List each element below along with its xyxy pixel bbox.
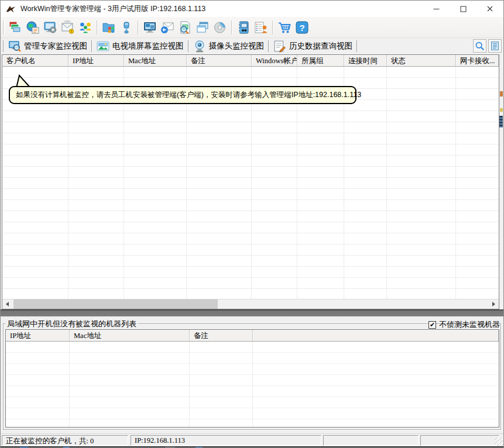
- screen-snapshot-button[interactable]: [176, 19, 194, 36]
- window-copy-button[interactable]: [194, 19, 211, 36]
- hint-balloon: 如果没有计算机被监控，请去员工机安装被管理端(客户端)，安装时请参考输入管理端I…: [9, 86, 356, 104]
- tab-label: 电视墙屏幕监控视图: [112, 41, 184, 51]
- column-header-connect-time[interactable]: 连接时间: [344, 55, 387, 67]
- camera-icon: [193, 40, 206, 53]
- help-question-icon: ?: [295, 20, 309, 35]
- detail-report-button[interactable]: [488, 39, 502, 53]
- monitor-search-icon: [8, 40, 21, 53]
- minimize-button[interactable]: [423, 1, 450, 17]
- title-bar[interactable]: WorkWin管理专家管理端 - 3用户试用版 IP:192.168.1.113: [1, 1, 503, 17]
- history-edit-icon: [273, 40, 286, 53]
- lan-table-body[interactable]: [6, 342, 499, 427]
- lan-machines-group-title: 局域网中开机但没有被监视的机器列表: [5, 319, 138, 329]
- user-group-button[interactable]: [77, 19, 94, 36]
- cd-disc-button[interactable]: [211, 19, 229, 36]
- tab-camera-view[interactable]: 摄像头监控视图: [189, 39, 269, 54]
- status-panel-empty-1: [323, 435, 419, 446]
- column-header-nic-received[interactable]: 网卡接收...: [456, 55, 499, 67]
- panel-splitter[interactable]: [1, 309, 503, 319]
- screens-stack-button[interactable]: [6, 19, 24, 36]
- scroll-left-arrow-icon: [6, 302, 9, 306]
- grid-column-line: [252, 342, 253, 427]
- column-header-status[interactable]: 状态: [387, 55, 456, 67]
- mail-monitor-icon: [61, 20, 75, 35]
- no-detect-checkbox-row[interactable]: ✔ 不侦测未监视机器: [428, 319, 500, 330]
- tab-label: 摄像头监控视图: [209, 41, 265, 51]
- tab-separator: [356, 40, 358, 52]
- view-tab-bar: 管理专家监控视图 电视墙屏幕监控视图 摄像头监控视图 历史数据查询视图: [1, 38, 503, 54]
- scrollbar-thumb[interactable]: [13, 299, 218, 309]
- tv-wall-icon: [143, 20, 157, 35]
- toolbar-separator: [97, 20, 98, 35]
- tv-wall-button[interactable]: [141, 19, 159, 36]
- column-header-group[interactable]: 所属组: [297, 55, 344, 67]
- report-list-icon: [490, 41, 500, 51]
- svg-text:?: ?: [299, 22, 304, 32]
- file-explorer-button[interactable]: [100, 19, 118, 36]
- status-monitored-count: 正在被监控的客户机，共: 0: [2, 435, 128, 446]
- checkbox[interactable]: ✔: [428, 321, 436, 329]
- user-group-icon: [78, 20, 92, 35]
- column-header-lan-ip[interactable]: IP地址: [6, 330, 70, 342]
- horizontal-scrollbar[interactable]: [2, 299, 499, 309]
- file-explorer-icon: [102, 20, 116, 35]
- mail-monitor-button[interactable]: [59, 19, 77, 36]
- tab-history-data-view[interactable]: 历史数据查询视图: [269, 39, 356, 54]
- tab-label: 管理专家监控视图: [24, 41, 87, 51]
- web-globe-log-button[interactable]: [24, 19, 42, 36]
- column-header-mac[interactable]: Mac地址: [124, 55, 187, 67]
- clipped-panel-sliver: [499, 54, 503, 309]
- column-header-lan-mac[interactable]: Mac地址: [70, 330, 190, 342]
- lan-machines-table: IP地址 Mac地址 备注: [5, 329, 499, 428]
- screen-snapshot-icon: [178, 20, 192, 35]
- status-bar: 正在被监控的客户机，共: 0 IP:192.168.1.113: [1, 433, 503, 446]
- column-header-windows-account[interactable]: Windows帐户: [252, 55, 297, 67]
- cd-disc-icon: [213, 20, 227, 35]
- maximize-icon: [460, 6, 467, 12]
- resize-grip[interactable]: [495, 437, 503, 446]
- remote-settings-button[interactable]: [42, 19, 59, 36]
- zoom-search-button[interactable]: [473, 39, 486, 53]
- main-toolbar: ?: [1, 17, 503, 38]
- column-header-remark[interactable]: 备注: [187, 55, 252, 67]
- monitored-clients-panel: 客户机名 IP地址 Mac地址 备注 Windows帐户 所属组 连接时间 状态…: [2, 54, 499, 309]
- scroll-left-button[interactable]: [2, 299, 12, 309]
- scroll-right-arrow-icon: [492, 302, 495, 306]
- clients-table-body[interactable]: 如果没有计算机被监控，请去员工机安装被管理端(客户端)，安装时请参考输入管理端I…: [2, 67, 499, 299]
- web-globe-log-icon: [26, 20, 40, 35]
- user-policy-button[interactable]: [252, 19, 270, 36]
- maximize-button[interactable]: [450, 1, 476, 17]
- usb-device-button[interactable]: [118, 19, 135, 36]
- help-button[interactable]: ?: [293, 19, 311, 36]
- eagle-logo-icon: [6, 4, 16, 14]
- detect-checkbox-mark: ✔: [430, 321, 435, 328]
- column-header-lan-filler: [253, 330, 499, 342]
- checkbox-label: 不侦测未监视机器: [439, 319, 500, 330]
- close-icon: [486, 5, 493, 12]
- app-window: WorkWin管理专家管理端 - 3用户试用版 IP:192.168.1.113: [0, 0, 504, 448]
- lan-table-header: IP地址 Mac地址 备注: [6, 330, 499, 342]
- user-policy-icon: [254, 20, 268, 35]
- address-book-button[interactable]: [235, 19, 252, 36]
- toolbar-separator: [272, 20, 273, 35]
- column-header-lan-remark[interactable]: 备注: [190, 330, 253, 342]
- status-ip-address: IP:192.168.1.113: [131, 435, 321, 446]
- window-copy-icon: [196, 20, 210, 35]
- tab-manager-monitor-view[interactable]: 管理专家监控视图: [4, 39, 91, 54]
- scroll-right-button[interactable]: [489, 299, 499, 309]
- toolbar-separator: [231, 20, 232, 35]
- magnifier-icon: [475, 41, 485, 51]
- toolbar-grip[interactable]: [3, 20, 5, 35]
- grid-column-line: [189, 342, 190, 427]
- tab-tv-wall-view[interactable]: 电视墙屏幕监控视图: [92, 39, 188, 54]
- message-send-button[interactable]: [159, 19, 176, 36]
- grid-column-line: [455, 67, 456, 299]
- column-header-client-name[interactable]: 客户机名: [2, 55, 68, 67]
- shopping-cart-button[interactable]: [276, 19, 293, 36]
- view-tools: [473, 39, 502, 53]
- remote-settings-icon: [43, 20, 57, 35]
- clients-table-header: 客户机名 IP地址 Mac地址 备注 Windows帐户 所属组 连接时间 状态…: [2, 55, 499, 67]
- column-header-ip[interactable]: IP地址: [68, 55, 124, 67]
- close-button[interactable]: [476, 1, 503, 17]
- usb-device-icon: [119, 20, 133, 35]
